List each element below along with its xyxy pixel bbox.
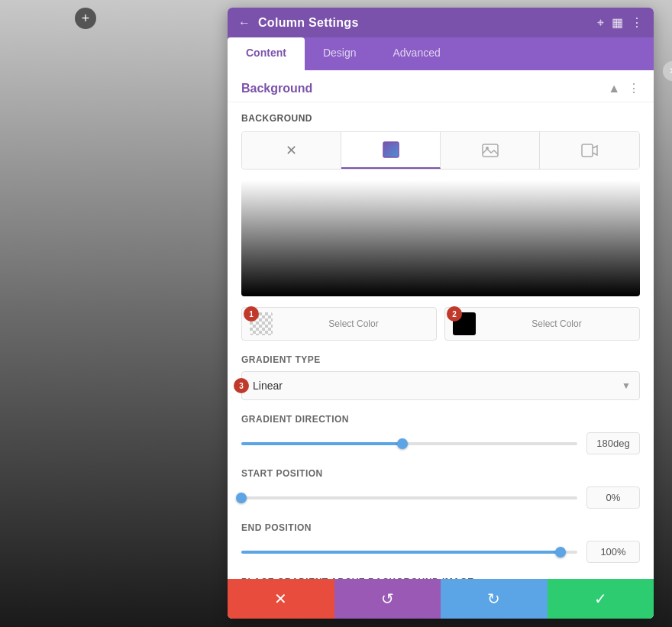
color-1-wrapper: 1: [250, 312, 273, 335]
section-more-icon[interactable]: ⋮: [628, 81, 640, 95]
gradient-preview: [241, 180, 640, 296]
collapse-icon[interactable]: ▲: [608, 82, 620, 95]
tab-advanced[interactable]: Advanced: [374, 37, 458, 70]
start-position-row: 0%: [241, 486, 640, 509]
column-settings-panel: ← Column Settings ⌖ ▦ ⋮ Content Design A…: [228, 8, 654, 619]
bg-type-tabs: ✕: [241, 131, 640, 170]
start-position-track[interactable]: [241, 496, 577, 499]
panel-close-x[interactable]: ✕: [663, 61, 672, 81]
header-left: ← Column Settings: [238, 16, 359, 30]
color-2-wrapper: 2: [453, 312, 476, 335]
gradient-direction-label: Gradient Direction: [241, 414, 640, 425]
tab-content[interactable]: Content: [228, 37, 305, 70]
redo-icon: ↻: [487, 590, 500, 608]
columns-icon[interactable]: ▦: [612, 15, 623, 30]
svg-rect-3: [582, 144, 593, 157]
end-position-thumb[interactable]: [555, 547, 566, 558]
color-selector-1[interactable]: 1 Select Color: [241, 307, 437, 341]
color-2-label: Select Color: [482, 318, 632, 329]
redo-button[interactable]: ↻: [441, 579, 548, 619]
end-position-field: End Position 100%: [241, 522, 640, 563]
cancel-icon: ✕: [274, 590, 287, 608]
end-position-value[interactable]: 100%: [586, 541, 640, 563]
gradient-type-badge: 3: [234, 378, 249, 393]
save-button[interactable]: ✓: [548, 579, 654, 619]
gradient-direction-track[interactable]: [241, 442, 577, 445]
reset-button[interactable]: ↺: [334, 579, 441, 619]
section-title: Background: [241, 82, 312, 95]
image-icon: [482, 142, 499, 159]
gradient-direction-fill: [241, 442, 402, 445]
color-1-label: Select Color: [279, 318, 428, 329]
start-position-thumb[interactable]: [236, 493, 247, 503]
no-bg-icon: ✕: [286, 142, 297, 159]
back-icon[interactable]: ←: [238, 16, 250, 30]
bg-type-video[interactable]: [540, 132, 639, 169]
start-position-field: Start Position 0%: [241, 468, 640, 509]
svg-rect-0: [383, 142, 399, 157]
bg-type-none[interactable]: ✕: [242, 132, 341, 169]
bg-type-gradient[interactable]: [341, 132, 441, 169]
start-position-value[interactable]: 0%: [586, 486, 640, 509]
gradient-direction-thumb[interactable]: [397, 438, 408, 449]
end-position-row: 100%: [241, 541, 640, 563]
more-icon[interactable]: ⋮: [631, 15, 643, 30]
target-icon[interactable]: ⌖: [597, 16, 604, 30]
reset-icon: ↺: [381, 590, 394, 608]
color-selector-2[interactable]: 2 Select Color: [444, 307, 640, 341]
section-header-icons: ▲ ⋮: [608, 81, 640, 95]
end-position-track[interactable]: [241, 551, 577, 554]
color-1-badge: 1: [244, 306, 259, 322]
section-body: Background ✕: [228, 102, 654, 579]
gradient-icon: [383, 141, 399, 158]
cancel-button[interactable]: ✕: [228, 579, 334, 619]
background-field-label: Background: [241, 113, 640, 124]
header-icons: ⌖ ▦ ⋮: [597, 15, 643, 30]
gradient-direction-row: 180deg: [241, 432, 640, 454]
tab-design[interactable]: Design: [305, 37, 375, 70]
gradient-direction-field: Gradient Direction 180deg: [241, 414, 640, 454]
end-position-fill: [241, 551, 561, 554]
gradient-type-select-wrapper: 3 Linear Radial ▼: [241, 371, 640, 400]
color-selectors: 1 Select Color 2 Select Color: [241, 307, 640, 341]
gradient-direction-value[interactable]: 180deg: [586, 432, 640, 454]
color-2-badge: 2: [447, 306, 462, 322]
save-icon: ✓: [594, 590, 607, 608]
panel-tabs: Content Design Advanced: [228, 37, 654, 70]
panel-content: Background ▲ ⋮ Background ✕: [228, 70, 654, 579]
gradient-type-field: Gradient Type 3 Linear Radial ▼: [241, 354, 640, 400]
gradient-type-select[interactable]: Linear Radial: [241, 371, 640, 400]
end-position-label: End Position: [241, 522, 640, 533]
add-button[interactable]: +: [75, 8, 96, 29]
panel-title: Column Settings: [258, 16, 359, 30]
bg-type-image[interactable]: [441, 132, 540, 169]
panel-header: ← Column Settings ⌖ ▦ ⋮: [228, 8, 654, 37]
gradient-type-label: Gradient Type: [241, 354, 640, 365]
background-section-header: Background ▲ ⋮: [228, 70, 654, 102]
video-icon: [581, 142, 598, 159]
panel-footer: ✕ ↺ ↻ ✓: [228, 579, 654, 619]
start-position-label: Start Position: [241, 468, 640, 479]
